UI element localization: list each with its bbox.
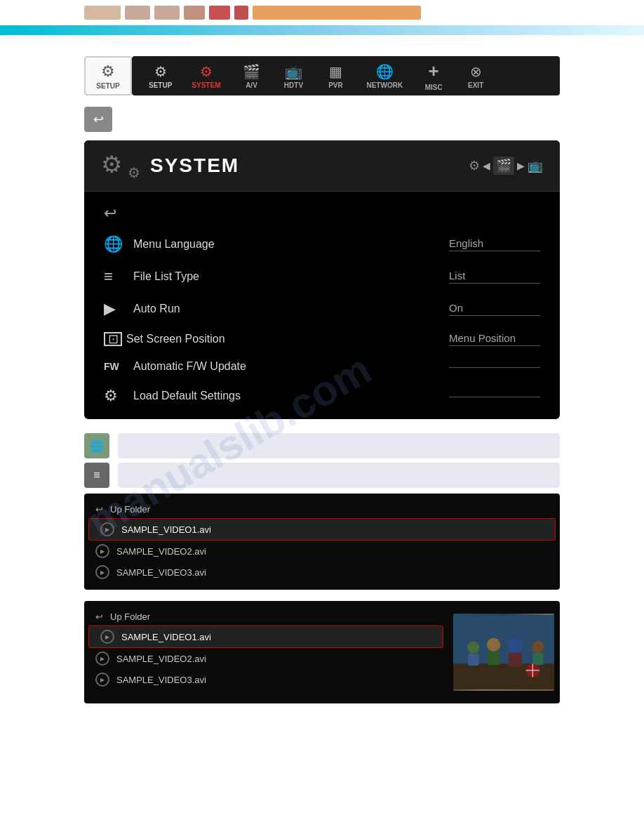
- desc-text-2: [118, 463, 560, 488]
- setup-icon-box[interactable]: ⚙ SETUP: [84, 56, 132, 95]
- svg-point-7: [508, 638, 523, 653]
- nav-av-label: A/V: [246, 81, 257, 89]
- seg6: [234, 6, 248, 20]
- sys-arrow-left: ◀: [483, 160, 490, 171]
- up-folder-icon-1: ↩: [95, 504, 103, 515]
- description-area: 🌐 ≡: [84, 433, 560, 488]
- file-item-video3-2[interactable]: ▶ SAMPLE_VIDEO3.avi: [84, 669, 448, 690]
- sys-av-icon: 🎬: [493, 157, 514, 175]
- nav-item-hdtv[interactable]: 📺 HDTV: [272, 60, 314, 92]
- desc-globe-icon: 🌐: [84, 433, 109, 458]
- nav-item-exit[interactable]: ⊗ EXIT: [455, 60, 497, 92]
- seg2: [125, 6, 150, 20]
- video-icon-5: ▶: [95, 651, 109, 666]
- seg7: [253, 6, 421, 20]
- desc-list-icon: ≡: [84, 463, 109, 488]
- menu-fw-icon: FW: [104, 361, 129, 372]
- exit-nav-icon: ⊗: [470, 63, 482, 80]
- svg-point-5: [487, 638, 500, 651]
- file-item-video1-2[interactable]: ▶ SAMPLE_VIDEO1.avi: [88, 626, 443, 648]
- menu-row-filelist[interactable]: ≡ File List Type List: [84, 260, 560, 293]
- system-nav-icons: ⚙ ◀ 🎬 ▶ 📺: [469, 157, 543, 175]
- sys-gear-icon: ⚙: [469, 158, 480, 173]
- setup-icon-label: SETUP: [96, 82, 119, 90]
- nav-bar: ⚙ SETUP ⚙ SYSTEM 🎬 A/V 📺 HDTV ▦ PVR 🌐 NE…: [132, 56, 560, 95]
- top-segments: [0, 0, 644, 25]
- menu-language-label: Menu Language: [129, 238, 449, 251]
- menu-row-default[interactable]: ⚙ Load Default Settings: [84, 380, 560, 412]
- nav-item-misc[interactable]: + MISC: [412, 58, 455, 94]
- nav-setup-label: SETUP: [149, 81, 172, 89]
- up-folder-label-2: Up Folder: [110, 611, 150, 622]
- misc-nav-icon: +: [429, 60, 439, 82]
- nav-item-system[interactable]: ⚙ SYSTEM: [182, 60, 230, 92]
- file-item-video1-1[interactable]: ▶ SAMPLE_VIDEO1.avi: [88, 518, 556, 541]
- desc-row-1: 🌐: [84, 433, 560, 458]
- video-icon-6: ▶: [95, 673, 109, 687]
- nav-item-setup[interactable]: ⚙ SETUP: [139, 60, 182, 92]
- setup-nav-icon: ⚙: [154, 63, 167, 80]
- menu-globe-icon: 🌐: [104, 235, 129, 253]
- video-label-3-2: SAMPLE_VIDEO3.avi: [116, 675, 206, 685]
- hdtv-nav-icon: 📺: [285, 63, 302, 80]
- svg-rect-8: [509, 653, 522, 666]
- file-panel-2: ↩ Up Folder ▶ SAMPLE_VIDEO1.avi ▶ SAMPLE…: [84, 601, 560, 703]
- menu-autorun-label: Auto Run: [129, 303, 449, 315]
- menu-default-value: [449, 395, 540, 397]
- menu-default-icon: ⚙: [104, 387, 129, 405]
- menu-autorun-value: On: [449, 302, 540, 316]
- menu-filelist-label: File List Type: [129, 270, 449, 283]
- menu-row-fw[interactable]: FW Automatic F/W Update: [84, 353, 560, 380]
- nav-exit-label: EXIT: [468, 81, 483, 89]
- video-icon-4: ▶: [100, 630, 114, 644]
- video-label-2-1: SAMPLE_VIDEO2.avi: [116, 546, 206, 557]
- file-item-upfolder-1[interactable]: ↩ Up Folder: [84, 501, 560, 518]
- video-label-3-1: SAMPLE_VIDEO3.avi: [116, 567, 206, 578]
- back-button[interactable]: ↩: [84, 107, 112, 132]
- nav-misc-label: MISC: [425, 84, 443, 91]
- svg-rect-1: [453, 662, 554, 689]
- svg-point-3: [467, 642, 479, 654]
- file-item-video2-1[interactable]: ▶ SAMPLE_VIDEO2.avi: [84, 541, 560, 562]
- svg-rect-6: [488, 651, 499, 665]
- video-icon-3: ▶: [95, 565, 109, 579]
- menu-row-screenpos[interactable]: ⊡ Set Screen Position Menu Position: [84, 325, 560, 353]
- file-item-video2-2[interactable]: ▶ SAMPLE_VIDEO2.avi: [84, 648, 448, 669]
- menu-list-icon: ≡: [104, 267, 129, 286]
- menu-back-icon: ↩: [104, 204, 116, 222]
- menu-screen-icon: ⊡: [104, 332, 122, 346]
- menu-play-icon: ▶: [104, 300, 129, 318]
- nav-item-network[interactable]: 🌐 NETWORK: [356, 60, 412, 92]
- back-button-row: ↩: [0, 107, 644, 132]
- system-title: SYSTEM: [150, 154, 239, 177]
- file-panel-1: ↩ Up Folder ▶ SAMPLE_VIDEO1.avi ▶ SAMPLE…: [84, 494, 560, 590]
- up-folder-label-1: Up Folder: [110, 504, 150, 515]
- network-nav-icon: 🌐: [376, 63, 394, 80]
- menu-back-row: ↩: [84, 199, 560, 228]
- cyan-bar: [0, 25, 644, 35]
- system-nav-icon: ⚙: [200, 63, 213, 80]
- video-icon-1: ▶: [100, 522, 114, 536]
- nav-item-av[interactable]: 🎬 A/V: [230, 60, 272, 92]
- video-label-1-1: SAMPLE_VIDEO1.avi: [121, 524, 211, 535]
- menu-row-language[interactable]: 🌐 Menu Language English: [84, 228, 560, 260]
- up-folder-icon-2: ↩: [95, 611, 103, 622]
- setup-gear-icon: ⚙: [101, 62, 115, 81]
- desc-text-1: [118, 433, 560, 458]
- system-menu: ↩ 🌐 Menu Language English ≡ File List Ty…: [84, 192, 560, 419]
- file-item-upfolder-2[interactable]: ↩ Up Folder: [84, 608, 448, 626]
- sys-arrow-right: ▶: [517, 160, 525, 171]
- sys-tv-icon: 📺: [528, 158, 543, 173]
- file-panels-area: ↩ Up Folder ▶ SAMPLE_VIDEO1.avi ▶ SAMPLE…: [84, 494, 560, 703]
- svg-point-9: [532, 641, 544, 653]
- nav-system-label: SYSTEM: [192, 81, 220, 89]
- desc-row-2: ≡: [84, 463, 560, 488]
- svg-rect-10: [532, 653, 543, 665]
- pvr-nav-icon: ▦: [329, 63, 342, 80]
- nav-pvr-label: PVR: [328, 81, 343, 89]
- seg5: [209, 6, 230, 20]
- menu-row-autorun[interactable]: ▶ Auto Run On: [84, 293, 560, 325]
- file-item-video3-1[interactable]: ▶ SAMPLE_VIDEO3.avi: [84, 562, 560, 583]
- system-panel: ⚙ ⚙ SYSTEM ⚙ ◀ 🎬 ▶ 📺 ↩ 🌐 Menu Language E…: [84, 140, 560, 419]
- nav-item-pvr[interactable]: ▦ PVR: [314, 60, 356, 92]
